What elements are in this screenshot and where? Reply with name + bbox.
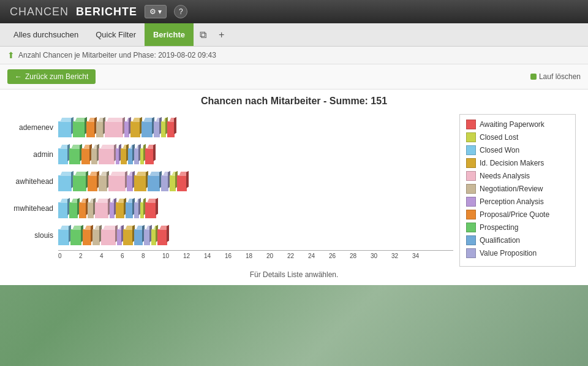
row-bars[interactable]	[58, 116, 175, 139]
chart-footer: Für Details Liste anwählen.	[12, 270, 576, 279]
bar-segment[interactable]	[123, 226, 133, 245]
nav-reports[interactable]: Berichte	[145, 23, 194, 46]
back-button[interactable]: ← Zurück zum Bericht	[7, 69, 96, 84]
bar-segment[interactable]	[69, 145, 80, 164]
x-tick: 12	[183, 253, 204, 259]
legend-item: Proposal/Price Quote	[466, 210, 569, 219]
bar-segment[interactable]	[151, 226, 156, 245]
app-title-bold: BERICHTE	[76, 6, 137, 18]
legend-item: Closed Won	[466, 145, 569, 155]
nav-quick-filter[interactable]: Quick Filter	[87, 23, 145, 46]
bar-segment[interactable]	[69, 199, 78, 218]
bar-segment[interactable]	[134, 172, 146, 191]
nav-all-search[interactable]: Alles durchsuchen	[5, 23, 87, 46]
row-label: mwhitehead	[12, 204, 58, 213]
nav-add-icon[interactable]: +	[213, 23, 230, 46]
help-button[interactable]: ?	[174, 5, 187, 18]
bar-segment[interactable]	[96, 118, 104, 137]
x-tick: 0	[58, 253, 79, 259]
bar-segment[interactable]	[58, 172, 72, 191]
settings-button[interactable]: ⚙ ▾	[145, 5, 167, 18]
delete-run-button[interactable]: Lauf löschen	[530, 72, 581, 81]
bar-segment[interactable]	[170, 172, 176, 191]
app-title-light: CHANCEN	[10, 6, 69, 18]
bar-segment[interactable]	[124, 118, 129, 137]
bar-segment[interactable]	[99, 172, 107, 191]
legend-label: Id. Decision Makers	[480, 159, 544, 167]
bar-segment[interactable]	[110, 199, 115, 218]
bar-segment[interactable]	[161, 118, 166, 137]
row-bars[interactable]	[58, 197, 157, 219]
bar-segment[interactable]	[95, 199, 108, 218]
bar-segment[interactable]	[88, 172, 97, 191]
bar-segment[interactable]	[161, 172, 168, 191]
bar-segment[interactable]	[148, 172, 160, 191]
bar-segment[interactable]	[91, 145, 97, 164]
bar-segment[interactable]	[154, 118, 160, 137]
bar-segment[interactable]	[73, 118, 85, 137]
bar-segment[interactable]	[144, 226, 150, 245]
bar-segment[interactable]	[127, 172, 133, 191]
legend-label: Needs Analysis	[480, 172, 530, 180]
legend-color-swatch	[466, 235, 476, 245]
legend-label: Awaiting Paperwork	[480, 120, 545, 129]
legend-item: Id. Decision Makers	[466, 158, 569, 168]
x-tick: 2	[79, 253, 100, 259]
legend-label: Prospecting	[480, 223, 518, 232]
bar-segment[interactable]	[177, 172, 187, 191]
x-tick: 20	[266, 253, 287, 259]
bar-segment[interactable]	[126, 199, 133, 218]
bar-segment[interactable]	[157, 226, 167, 245]
bar-segment[interactable]	[99, 145, 115, 164]
nav-duplicate-icon[interactable]: ⧉	[194, 23, 213, 46]
bar-segment[interactable]	[58, 118, 72, 137]
bar-segment[interactable]	[79, 199, 86, 218]
bar-segment[interactable]	[141, 118, 153, 137]
row-bars[interactable]	[58, 143, 154, 166]
row-label: admin	[12, 150, 58, 159]
bar-segment[interactable]	[105, 118, 123, 137]
legend-item: Prospecting	[466, 223, 569, 232]
bar-segment[interactable]	[134, 226, 143, 245]
bar-segment[interactable]	[121, 145, 127, 164]
bar-segment[interactable]	[92, 226, 100, 245]
bar-segment[interactable]	[145, 199, 156, 218]
breadcrumb-text: Anzahl Chancen je Mitarbeiter und Phase:…	[18, 51, 216, 59]
bar-segment[interactable]	[108, 172, 126, 191]
bar-segment[interactable]	[58, 199, 68, 218]
bar-segment[interactable]	[167, 118, 175, 137]
legend-color-swatch	[466, 210, 476, 219]
bar-segment[interactable]	[83, 226, 91, 245]
legend-item: Negotiation/Review	[466, 184, 569, 194]
bar-segment[interactable]	[117, 226, 122, 245]
bar-segment[interactable]	[86, 118, 95, 137]
row-bars[interactable]	[58, 224, 168, 246]
navbar: Alles durchsuchen Quick Filter Berichte …	[0, 23, 588, 47]
bar-segment[interactable]	[116, 199, 124, 218]
x-tick: 26	[329, 253, 350, 259]
chart-row: slouis	[12, 222, 453, 249]
bar-segment[interactable]	[81, 145, 90, 164]
bar-segment[interactable]	[140, 199, 144, 218]
row-bars[interactable]	[58, 170, 187, 193]
bar-segment[interactable]	[70, 226, 81, 245]
bar-segment[interactable]	[101, 226, 116, 245]
bar-segment[interactable]	[128, 145, 133, 164]
bar-segment[interactable]	[58, 145, 68, 164]
bar-segment[interactable]	[130, 118, 140, 137]
chart-title: Chancen nach Mitarbeiter - Summe: 151	[12, 96, 576, 107]
bar-segment[interactable]	[88, 199, 94, 218]
x-tick: 34	[412, 253, 433, 259]
bar-segment[interactable]	[134, 145, 139, 164]
bar-segment[interactable]	[116, 145, 119, 164]
legend-color-swatch	[466, 171, 476, 181]
bar-segment[interactable]	[140, 145, 144, 164]
bar-segment[interactable]	[134, 199, 139, 218]
bar-segment[interactable]	[58, 226, 69, 245]
bar-segment[interactable]	[73, 172, 86, 191]
legend-label: Closed Lost	[480, 133, 518, 142]
delete-run-label: Lauf löschen	[539, 72, 581, 81]
chart-legend: Awaiting PaperworkClosed LostClosed WonI…	[459, 114, 576, 267]
bar-segment[interactable]	[145, 145, 154, 164]
action-bar: ← Zurück zum Bericht Lauf löschen	[0, 64, 588, 90]
